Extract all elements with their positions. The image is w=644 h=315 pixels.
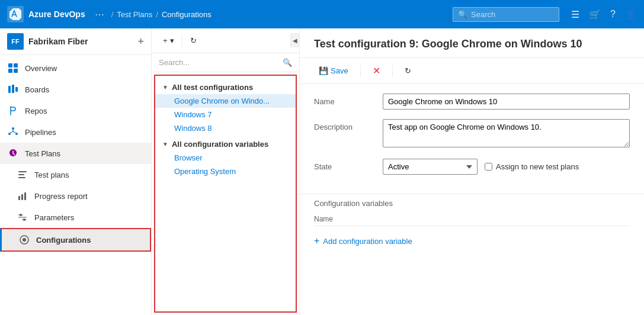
toolbar-sep-2 — [392, 65, 393, 77]
tree-item-windows8[interactable]: Windows 8 — [155, 121, 296, 135]
sidebar-overview-label: Overview — [25, 64, 144, 73]
refresh-detail-icon: ↻ — [405, 66, 411, 75]
add-config-var-button[interactable]: + Add configuration variable — [314, 231, 412, 251]
org-avatar: FF — [7, 33, 24, 50]
azure-devops-logo-icon — [7, 6, 24, 22]
mid-search-container: 🔍 — [152, 53, 299, 72]
sidebar-boards-label: Boards — [25, 85, 144, 94]
global-search-input[interactable] — [471, 10, 548, 19]
svg-rect-12 — [18, 174, 24, 175]
add-icon: + — [163, 36, 168, 45]
sidebar-test-plans-label: Test Plans — [25, 149, 144, 158]
svg-point-9 — [8, 133, 11, 135]
mid-search-icon: 🔍 — [283, 58, 292, 67]
tree-item-windows8-label: Windows 8 — [174, 124, 212, 133]
svg-rect-2 — [14, 63, 18, 68]
assign-label-text: Assign to new test plans — [496, 162, 579, 171]
ellipsis-icon[interactable]: ⋯ — [95, 9, 104, 20]
svg-rect-7 — [15, 87, 18, 92]
state-row: State Active Inactive Assign to new test… — [314, 159, 630, 175]
add-config-var-label: Add configuration variable — [323, 237, 412, 246]
top-navigation: Azure DevOps ⋯ / Test Plans / Configurat… — [0, 0, 644, 28]
tree-group-config-vars: ▼ All configuration variables Browser Op… — [155, 137, 296, 178]
sidebar-item-boards[interactable]: Boards — [0, 79, 151, 100]
svg-rect-3 — [8, 69, 12, 73]
tree-item-browser[interactable]: Browser — [155, 151, 296, 165]
sidebar-item-progress-report[interactable]: Progress report — [0, 185, 151, 207]
svg-rect-11 — [18, 171, 27, 172]
add-dropdown-arrow: ▾ — [170, 36, 174, 45]
save-label: Save — [331, 66, 348, 75]
name-label: Name — [314, 94, 373, 106]
collapse-panel-button[interactable]: ◀ — [290, 33, 300, 47]
tree-item-browser-label: Browser — [174, 153, 203, 162]
sidebar-item-parameters[interactable]: Parameters — [0, 207, 151, 228]
description-input[interactable]: Test app on Google Chrome on Windows 10. — [383, 119, 630, 147]
settings-icon[interactable]: ☰ — [571, 9, 579, 20]
sidebar-item-overview[interactable]: Overview — [0, 57, 151, 79]
tree-group-config-vars-header[interactable]: ▼ All configuration variables — [155, 137, 296, 151]
tree-group-config-vars-label: All configuration variables — [172, 140, 268, 149]
global-search-box[interactable]: 🔍 — [453, 7, 559, 22]
tree-item-os[interactable]: Operating System — [155, 165, 296, 178]
breadcrumb-configurations: Configurations — [162, 10, 212, 19]
tree-group-test-configs: ▼ All test configurations Google Chrome … — [155, 81, 296, 135]
name-input[interactable] — [383, 94, 630, 110]
svg-point-20 — [23, 238, 26, 242]
svg-rect-5 — [8, 86, 11, 93]
refresh-icon: ↻ — [190, 36, 197, 45]
add-button[interactable]: + ▾ — [159, 33, 178, 48]
tree-caret-vars-icon: ▼ — [162, 141, 168, 147]
breadcrumb-test-plans[interactable]: Test Plans — [117, 10, 152, 19]
mid-panel: ◀ + ▾ ↻ 🔍 ▼ All test configurations — [152, 28, 300, 315]
state-select[interactable]: Active Inactive — [383, 159, 478, 175]
help-icon[interactable]: ? — [610, 9, 616, 20]
tree-group-test-configs-label: All test configurations — [172, 83, 253, 92]
svg-rect-6 — [12, 85, 14, 93]
sidebar-item-test-plans-header[interactable]: Test Plans — [0, 143, 151, 164]
sidebar-item-configurations[interactable]: Configurations — [0, 228, 151, 252]
sidebar-item-repos[interactable]: Repos — [0, 100, 151, 121]
description-label: Description — [314, 119, 373, 131]
refresh-button[interactable]: ↻ — [186, 33, 201, 48]
sidebar-repos-label: Repos — [25, 107, 144, 115]
tree-item-windows7[interactable]: Windows 7 — [155, 108, 296, 121]
tree-item-chrome-win10[interactable]: Google Chrome on Windo... — [155, 94, 296, 108]
boards-icon — [7, 83, 19, 95]
tree-group-test-configs-header[interactable]: ▼ All test configurations — [155, 81, 296, 94]
description-row: Description Test app on Google Chrome on… — [314, 119, 630, 149]
svg-rect-15 — [21, 194, 23, 200]
discard-button[interactable]: ✕ — [368, 63, 385, 79]
mid-search-input[interactable] — [159, 58, 279, 67]
svg-rect-4 — [14, 69, 18, 73]
save-button[interactable]: 💾 Save — [314, 64, 353, 78]
sidebar-configurations-label: Configurations — [36, 236, 143, 245]
add-project-button[interactable]: + — [137, 36, 144, 48]
configurations-icon — [18, 234, 30, 246]
assign-checkbox-label[interactable]: Assign to new test plans — [485, 162, 579, 171]
test-plans-sub-icon — [17, 169, 28, 181]
breadcrumb: / Test Plans / Configurations — [111, 10, 448, 19]
detail-toolbar: 💾 Save ✕ ↻ — [300, 58, 644, 84]
config-vars-section: Configuration variables Name + Add confi… — [300, 194, 644, 256]
breadcrumb-sep-1: / — [111, 10, 114, 19]
mid-toolbar: + ▾ ↻ — [152, 28, 299, 53]
sidebar-progress-report-label: Progress report — [34, 192, 144, 201]
assign-checkbox[interactable] — [485, 163, 492, 171]
refresh-detail-button[interactable]: ↻ — [400, 64, 416, 78]
app-logo[interactable]: Azure DevOps — [7, 6, 85, 22]
state-label: State — [314, 159, 373, 171]
config-vars-col-header: Name — [314, 213, 630, 226]
discard-icon: ✕ — [373, 65, 380, 76]
sidebar-item-test-plans-sub[interactable]: Test plans — [0, 164, 151, 185]
tree-caret-icon: ▼ — [162, 84, 168, 91]
toolbar-separator — [182, 35, 182, 47]
add-config-var-icon: + — [314, 236, 319, 246]
name-field-container — [383, 94, 630, 110]
sidebar-pipelines-label: Pipelines — [25, 128, 144, 137]
svg-rect-1 — [8, 63, 12, 68]
sidebar-test-plans-sub-label: Test plans — [34, 171, 144, 179]
sidebar-item-pipelines[interactable]: Pipelines — [0, 121, 151, 143]
notification-icon[interactable]: 🛒 — [589, 9, 601, 20]
profile-icon[interactable]: 👤 — [625, 9, 637, 20]
